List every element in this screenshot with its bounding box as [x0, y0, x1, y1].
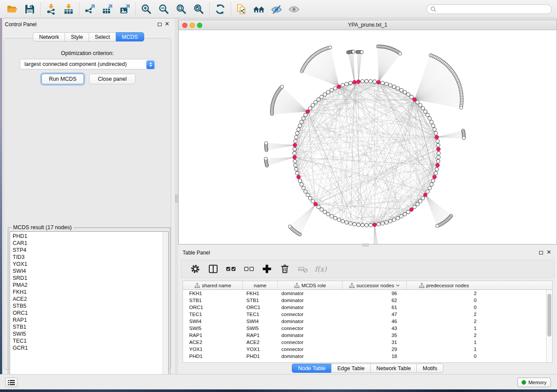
column-header-predecessor-nodes[interactable]: predecessor nodes	[407, 281, 481, 289]
mcds-node-item[interactable]: ACE2	[10, 296, 163, 303]
network-node[interactable]	[345, 221, 348, 224]
network-node[interactable]	[410, 95, 413, 99]
select-all-button[interactable]	[226, 264, 236, 274]
network-node[interactable]	[426, 190, 429, 193]
zoom-fit-button[interactable]	[173, 2, 190, 17]
network-node[interactable]	[381, 81, 384, 85]
network-node[interactable]	[294, 164, 297, 167]
network-node[interactable]	[365, 79, 368, 83]
network-node[interactable]	[308, 196, 312, 200]
network-node[interactable]	[295, 131, 299, 135]
table-scrollbar-thumb[interactable]	[547, 294, 551, 337]
first-neighbors-button[interactable]	[250, 2, 268, 17]
network-node[interactable]	[431, 124, 435, 127]
tab-network-table[interactable]: Network Table	[370, 364, 417, 373]
network-node[interactable]	[434, 172, 438, 175]
network-canvas[interactable]	[179, 30, 557, 244]
network-node[interactable]	[421, 196, 425, 200]
mcds-node-item[interactable]: STP4	[10, 247, 163, 254]
network-dominator-node[interactable]	[413, 98, 417, 102]
network-node[interactable]	[396, 217, 400, 220]
network-node[interactable]	[333, 86, 337, 90]
network-leaf-node[interactable]	[462, 137, 465, 140]
network-node[interactable]	[431, 179, 435, 182]
network-node[interactable]	[433, 127, 436, 131]
network-node[interactable]	[293, 151, 296, 155]
network-leaf-node[interactable]	[352, 50, 355, 53]
network-node[interactable]	[385, 82, 388, 86]
network-node[interactable]	[406, 93, 410, 96]
network-leaf-node[interactable]	[265, 141, 268, 144]
table-row[interactable]: FKH1FKH1dominator962	[183, 290, 552, 297]
network-node[interactable]	[373, 80, 376, 83]
network-node[interactable]	[317, 98, 320, 101]
export-table-button[interactable]	[99, 2, 116, 17]
network-node[interactable]	[428, 117, 431, 120]
network-dominator-node[interactable]	[356, 80, 360, 84]
export-image-button[interactable]	[116, 2, 134, 17]
mcds-node-item[interactable]: PHD1	[10, 233, 163, 240]
open-session-button[interactable]	[3, 2, 21, 17]
network-node[interactable]	[436, 139, 439, 143]
network-dominator-node[interactable]	[297, 175, 301, 179]
network-leaf-node[interactable]	[280, 85, 284, 88]
column-header-name[interactable]: name	[243, 281, 278, 289]
network-node[interactable]	[400, 89, 403, 92]
splitter-handle[interactable]	[175, 195, 178, 203]
network-node[interactable]	[300, 120, 303, 124]
network-node[interactable]	[298, 179, 302, 182]
network-node[interactable]	[293, 159, 297, 163]
network-node[interactable]	[419, 103, 422, 107]
network-node[interactable]	[302, 117, 305, 120]
network-node[interactable]	[388, 83, 392, 87]
column-header-mcds-role[interactable]: MCDS role	[278, 281, 343, 289]
network-leaf-node[interactable]	[329, 46, 332, 49]
network-dominator-node[interactable]	[293, 143, 297, 147]
network-node[interactable]	[356, 223, 360, 227]
mcds-node-item[interactable]: RAP1	[10, 316, 163, 323]
network-node[interactable]	[421, 107, 425, 110]
network-dominator-node[interactable]	[306, 110, 310, 113]
mcds-list-scrollbar[interactable]	[163, 232, 168, 384]
network-node[interactable]	[294, 139, 297, 143]
network-node[interactable]	[416, 203, 419, 206]
close-panel-icon[interactable]: ✕	[547, 249, 551, 255]
network-dominator-node[interactable]	[436, 147, 440, 151]
network-node[interactable]	[323, 93, 326, 96]
network-node[interactable]	[297, 127, 300, 131]
tab-mcds[interactable]: MCDS	[116, 32, 144, 41]
network-dominator-node[interactable]	[377, 80, 381, 84]
network-leaf-node[interactable]	[264, 157, 267, 160]
tab-style[interactable]: Style	[65, 32, 89, 41]
network-node[interactable]	[377, 223, 381, 226]
mcds-node-item[interactable]: YOX1	[10, 261, 163, 268]
network-node[interactable]	[349, 81, 352, 85]
table-row[interactable]: STB1STB1dominator620	[183, 297, 552, 304]
duplicate-network-button[interactable]	[233, 2, 250, 17]
network-node[interactable]	[436, 143, 440, 147]
network-dominator-node[interactable]	[353, 80, 356, 84]
network-node[interactable]	[413, 205, 416, 209]
tab-node-table[interactable]: Node Table	[292, 364, 331, 373]
network-node[interactable]	[308, 107, 312, 110]
network-leaf-node[interactable]	[460, 106, 463, 109]
zoom-selected-button[interactable]	[190, 2, 208, 17]
network-leaf-node[interactable]	[398, 52, 401, 55]
zoom-in-button[interactable]	[138, 2, 155, 17]
network-node[interactable]	[300, 183, 303, 186]
network-node[interactable]	[430, 120, 433, 124]
network-node[interactable]	[436, 159, 440, 163]
network-node[interactable]	[294, 135, 298, 139]
network-node[interactable]	[381, 222, 384, 225]
network-node[interactable]	[428, 186, 431, 190]
table-row[interactable]: SWI5SWI5connector431	[183, 325, 552, 332]
network-dominator-node[interactable]	[435, 135, 439, 139]
network-node[interactable]	[424, 110, 427, 113]
network-node[interactable]	[353, 223, 356, 226]
network-node[interactable]	[304, 113, 307, 117]
mcds-node-item[interactable]: GCR1	[10, 344, 163, 351]
mcds-node-item[interactable]: SWI5	[10, 330, 163, 337]
show-panels-button[interactable]	[5, 378, 17, 387]
search-field[interactable]	[426, 4, 552, 14]
network-node[interactable]	[302, 186, 305, 190]
